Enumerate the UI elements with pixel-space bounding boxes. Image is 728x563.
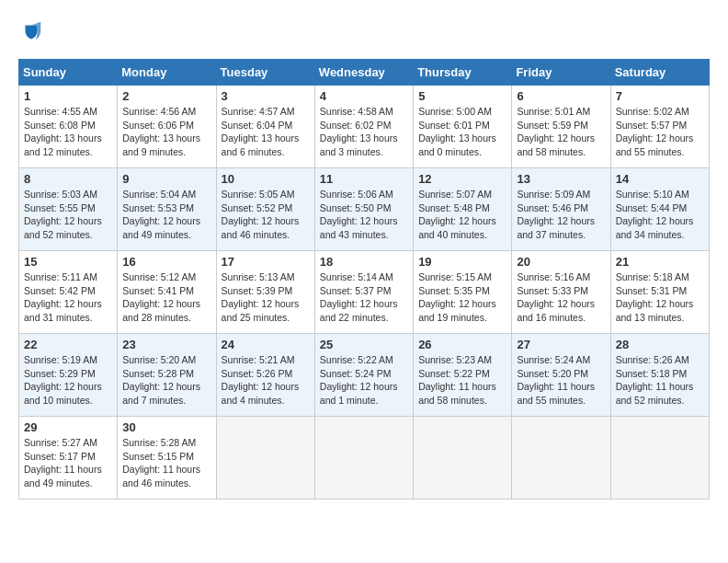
day-cell: 7Sunrise: 5:02 AMSunset: 5:57 PMDaylight… [610,86,709,168]
week-row-1: 1Sunrise: 4:55 AMSunset: 6:08 PMDaylight… [19,86,710,168]
day-cell: 19Sunrise: 5:15 AMSunset: 5:35 PMDayligh… [414,251,512,334]
day-cell: 1Sunrise: 4:55 AMSunset: 6:08 PMDaylight… [19,86,118,168]
day-number: 29 [24,420,112,434]
col-header-monday: Monday [118,60,216,86]
logo [18,18,48,44]
day-detail: Sunrise: 5:12 AMSunset: 5:41 PMDaylight:… [122,270,210,325]
day-detail: Sunrise: 5:09 AMSunset: 5:46 PMDaylight:… [517,188,605,242]
day-number: 21 [616,255,704,269]
day-cell [414,417,512,500]
day-number: 4 [320,89,408,103]
day-detail: Sunrise: 5:22 AMSunset: 5:24 PMDaylight:… [320,353,408,408]
day-cell: 29Sunrise: 5:27 AMSunset: 5:17 PMDayligh… [19,417,118,500]
day-detail: Sunrise: 5:23 AMSunset: 5:22 PMDaylight:… [418,353,506,408]
col-header-friday: Friday [512,60,610,86]
day-cell: 15Sunrise: 5:11 AMSunset: 5:42 PMDayligh… [19,251,118,334]
day-number: 30 [122,420,210,434]
day-number: 26 [418,338,506,351]
day-cell: 12Sunrise: 5:07 AMSunset: 5:48 PMDayligh… [414,168,512,251]
day-detail: Sunrise: 5:24 AMSunset: 5:20 PMDaylight:… [517,353,605,408]
day-detail: Sunrise: 5:06 AMSunset: 5:50 PMDaylight:… [320,188,408,242]
day-detail: Sunrise: 5:01 AMSunset: 5:59 PMDaylight:… [517,105,605,159]
day-number: 3 [222,89,310,103]
day-cell: 8Sunrise: 5:03 AMSunset: 5:55 PMDaylight… [19,168,118,251]
day-detail: Sunrise: 5:02 AMSunset: 5:57 PMDaylight:… [616,105,704,159]
day-cell: 24Sunrise: 5:21 AMSunset: 5:26 PMDayligh… [216,334,314,417]
day-cell [512,417,610,500]
day-number: 20 [517,255,605,269]
day-detail: Sunrise: 5:18 AMSunset: 5:31 PMDaylight:… [616,270,704,325]
day-detail: Sunrise: 5:19 AMSunset: 5:29 PMDaylight:… [24,353,112,408]
day-cell: 16Sunrise: 5:12 AMSunset: 5:41 PMDayligh… [118,251,216,334]
day-cell: 23Sunrise: 5:20 AMSunset: 5:28 PMDayligh… [118,334,216,417]
day-number: 22 [24,338,112,351]
day-cell: 5Sunrise: 5:00 AMSunset: 6:01 PMDaylight… [414,86,512,168]
day-detail: Sunrise: 5:28 AMSunset: 5:15 PMDaylight:… [122,436,210,490]
day-cell [610,417,709,500]
day-number: 23 [122,338,210,351]
week-row-2: 8Sunrise: 5:03 AMSunset: 5:55 PMDaylight… [19,168,710,251]
col-header-saturday: Saturday [610,60,709,86]
day-cell: 14Sunrise: 5:10 AMSunset: 5:44 PMDayligh… [610,168,709,251]
day-number: 8 [24,172,112,186]
day-detail: Sunrise: 4:55 AMSunset: 6:08 PMDaylight:… [24,105,112,159]
day-number: 18 [320,255,408,269]
day-detail: Sunrise: 5:15 AMSunset: 5:35 PMDaylight:… [418,270,506,325]
day-number: 13 [517,172,605,186]
day-number: 1 [24,89,112,103]
day-cell: 11Sunrise: 5:06 AMSunset: 5:50 PMDayligh… [314,168,413,251]
day-number: 10 [222,172,310,186]
day-detail: Sunrise: 5:20 AMSunset: 5:28 PMDaylight:… [122,353,210,408]
day-detail: Sunrise: 5:27 AMSunset: 5:17 PMDaylight:… [24,436,112,490]
day-number: 14 [616,172,704,186]
day-detail: Sunrise: 4:58 AMSunset: 6:02 PMDaylight:… [320,105,408,159]
day-number: 27 [517,338,605,351]
day-number: 5 [418,89,506,103]
day-detail: Sunrise: 5:00 AMSunset: 6:01 PMDaylight:… [418,105,506,159]
day-number: 12 [418,172,506,186]
page-header [18,18,710,44]
day-number: 28 [616,338,704,351]
day-cell [216,417,314,500]
day-detail: Sunrise: 4:57 AMSunset: 6:04 PMDaylight:… [222,105,310,159]
day-cell: 17Sunrise: 5:13 AMSunset: 5:39 PMDayligh… [216,251,314,334]
day-cell: 30Sunrise: 5:28 AMSunset: 5:15 PMDayligh… [118,417,216,500]
day-cell: 21Sunrise: 5:18 AMSunset: 5:31 PMDayligh… [610,251,709,334]
day-cell: 20Sunrise: 5:16 AMSunset: 5:33 PMDayligh… [512,251,610,334]
day-detail: Sunrise: 5:16 AMSunset: 5:33 PMDaylight:… [517,270,605,325]
header-row: SundayMondayTuesdayWednesdayThursdayFrid… [19,60,710,86]
day-number: 25 [320,338,408,351]
day-detail: Sunrise: 5:05 AMSunset: 5:52 PMDaylight:… [222,188,310,242]
day-detail: Sunrise: 5:11 AMSunset: 5:42 PMDaylight:… [24,270,112,325]
day-cell: 6Sunrise: 5:01 AMSunset: 5:59 PMDaylight… [512,86,610,168]
logo-icon [18,18,44,44]
day-cell: 25Sunrise: 5:22 AMSunset: 5:24 PMDayligh… [314,334,413,417]
day-number: 9 [122,172,210,186]
day-detail: Sunrise: 5:04 AMSunset: 5:53 PMDaylight:… [122,188,210,242]
day-cell: 18Sunrise: 5:14 AMSunset: 5:37 PMDayligh… [314,251,413,334]
day-number: 17 [222,255,310,269]
week-row-4: 22Sunrise: 5:19 AMSunset: 5:29 PMDayligh… [19,334,710,417]
day-number: 7 [616,89,704,103]
day-detail: Sunrise: 5:26 AMSunset: 5:18 PMDaylight:… [616,353,704,408]
day-cell: 27Sunrise: 5:24 AMSunset: 5:20 PMDayligh… [512,334,610,417]
col-header-sunday: Sunday [19,60,118,86]
day-number: 16 [122,255,210,269]
day-detail: Sunrise: 5:03 AMSunset: 5:55 PMDaylight:… [24,188,112,242]
day-cell: 2Sunrise: 4:56 AMSunset: 6:06 PMDaylight… [118,86,216,168]
calendar-table: SundayMondayTuesdayWednesdayThursdayFrid… [18,59,710,500]
day-cell: 4Sunrise: 4:58 AMSunset: 6:02 PMDaylight… [314,86,413,168]
day-number: 19 [418,255,506,269]
day-cell: 9Sunrise: 5:04 AMSunset: 5:53 PMDaylight… [118,168,216,251]
col-header-tuesday: Tuesday [216,60,314,86]
day-number: 2 [122,89,210,103]
week-row-5: 29Sunrise: 5:27 AMSunset: 5:17 PMDayligh… [19,417,710,500]
day-detail: Sunrise: 5:10 AMSunset: 5:44 PMDaylight:… [616,188,704,242]
day-detail: Sunrise: 4:56 AMSunset: 6:06 PMDaylight:… [122,105,210,159]
week-row-3: 15Sunrise: 5:11 AMSunset: 5:42 PMDayligh… [19,251,710,334]
day-detail: Sunrise: 5:21 AMSunset: 5:26 PMDaylight:… [222,353,310,408]
day-detail: Sunrise: 5:14 AMSunset: 5:37 PMDaylight:… [320,270,408,325]
day-number: 15 [24,255,112,269]
day-cell: 22Sunrise: 5:19 AMSunset: 5:29 PMDayligh… [19,334,118,417]
day-detail: Sunrise: 5:13 AMSunset: 5:39 PMDaylight:… [222,270,310,325]
